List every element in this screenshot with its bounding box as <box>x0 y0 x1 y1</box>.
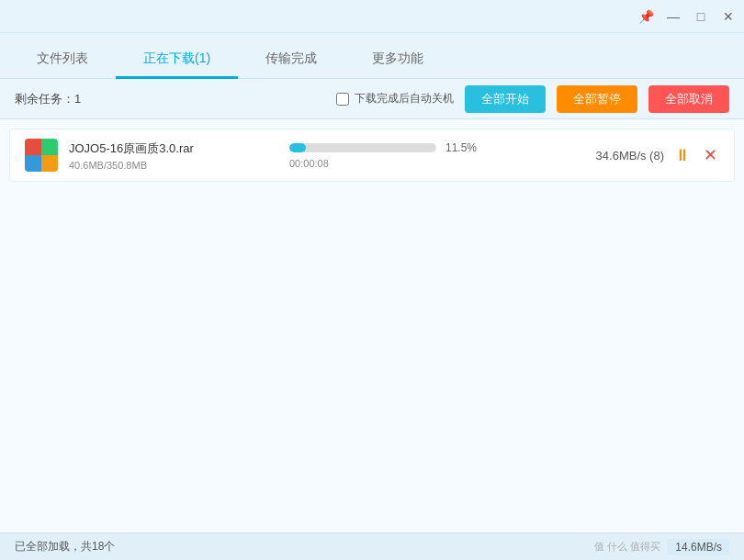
pause-icon: ⏸ <box>674 146 691 165</box>
global-speed-display: 14.6MB/s <box>668 539 729 555</box>
progress-bar-container <box>289 143 436 152</box>
tab-navigation: 文件列表 正在下载(1) 传输完成 更多功能 <box>0 33 744 79</box>
file-name: JOJO5-16原画质3.0.rar <box>69 140 271 157</box>
file-size: 40.6MB/350.8MB <box>69 160 271 171</box>
tab-completed[interactable]: 传输完成 <box>238 41 344 79</box>
toolbar: 剩余任务：1 下载完成后自动关机 全部开始 全部暂停 全部取消 <box>0 79 744 119</box>
file-info: JOJO5-16原画质3.0.rar 40.6MB/350.8MB <box>69 140 271 171</box>
tab-file-list[interactable]: 文件列表 <box>9 41 116 79</box>
tab-more[interactable]: 更多功能 <box>344 41 451 79</box>
start-all-button[interactable]: 全部开始 <box>465 85 546 113</box>
progress-bar-fill <box>289 143 306 152</box>
progress-percent: 11.5% <box>445 141 477 154</box>
pause-item-button[interactable]: ⏸ <box>673 146 692 164</box>
progress-time: 00:00:08 <box>289 158 499 169</box>
watermark-text: 值 什么 值得买 <box>594 540 660 554</box>
status-bar: 已全部加载，共18个 值 什么 值得买 14.6MB/s <box>0 532 744 560</box>
progress-section: 11.5% 00:00:08 <box>271 141 517 169</box>
cancel-item-button[interactable]: ✕ <box>701 146 719 164</box>
download-list: JOJO5-16原画质3.0.rar 40.6MB/350.8MB 11.5% … <box>0 119 744 532</box>
auto-shutdown-label[interactable]: 下载完成后自动关机 <box>336 91 454 106</box>
cancel-all-button[interactable]: 全部取消 <box>648 85 729 113</box>
file-icon <box>25 139 58 172</box>
remaining-tasks-label: 剩余任务：1 <box>15 91 325 107</box>
pin-button[interactable]: 📌 <box>637 8 654 25</box>
title-bar: 📌 — □ ✕ <box>0 0 744 33</box>
status-left-text: 已全部加载，共18个 <box>15 539 115 554</box>
status-right: 值 什么 值得买 14.6MB/s <box>594 539 729 555</box>
cancel-icon: ✕ <box>704 145 717 165</box>
item-controls: ⏸ ✕ <box>664 146 719 164</box>
minimize-button[interactable]: — <box>665 8 682 25</box>
tab-downloading[interactable]: 正在下载(1) <box>116 41 238 79</box>
auto-shutdown-checkbox[interactable] <box>336 93 349 106</box>
close-button[interactable]: ✕ <box>720 8 737 25</box>
table-row: JOJO5-16原画质3.0.rar 40.6MB/350.8MB 11.5% … <box>9 129 735 182</box>
download-speed: 34.6MB/s (8) <box>517 149 664 162</box>
maximize-button[interactable]: □ <box>693 8 709 25</box>
auto-shutdown-text: 下载完成后自动关机 <box>355 91 454 106</box>
title-bar-controls: 📌 — □ ✕ <box>637 8 737 25</box>
pause-all-button[interactable]: 全部暂停 <box>557 85 637 113</box>
